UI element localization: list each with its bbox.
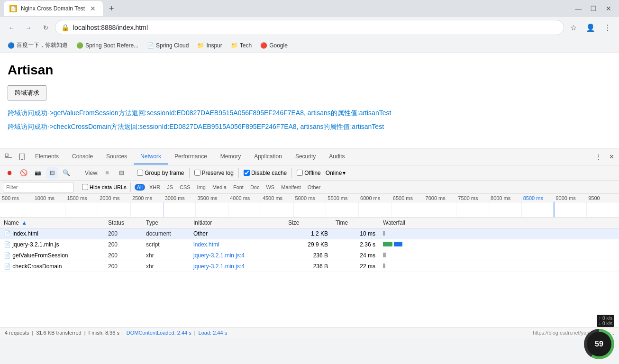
filter-css-button[interactable]: CSS: [177, 184, 193, 191]
tab-sources[interactable]: Sources: [100, 149, 134, 164]
tab-network[interactable]: Network: [134, 149, 168, 164]
baidu-label: 百度一下，你就知道: [17, 41, 68, 49]
group-by-frame-input[interactable]: [137, 170, 143, 176]
status-load[interactable]: Load: 2.44 s: [199, 330, 228, 336]
view-list-button[interactable]: ≡: [101, 167, 113, 179]
bookmark-spring-cloud[interactable]: 📄 Spring Cloud: [143, 40, 192, 51]
row-waterfall-3: [379, 261, 619, 272]
filter-all-button[interactable]: All: [135, 184, 145, 191]
bookmark-inspur[interactable]: 📁 Inspur: [193, 40, 226, 51]
devtools-close-button[interactable]: ✕: [606, 151, 617, 163]
camera-button[interactable]: 📷: [32, 167, 44, 179]
back-button[interactable]: ←: [4, 20, 19, 35]
col-waterfall[interactable]: Waterfall: [379, 218, 619, 228]
status-dom-content-loaded[interactable]: DOMContentLoaded: 2.44 s: [127, 330, 191, 336]
profile-button[interactable]: 👤: [583, 20, 598, 35]
bookmark-spring-boot[interactable]: 🟢 Spring Boot Refere...: [73, 40, 142, 51]
filter-manifest-button[interactable]: Manifest: [279, 184, 303, 191]
filter-xhr-button[interactable]: XHR: [147, 184, 163, 191]
tab-memory[interactable]: Memory: [214, 149, 247, 164]
nav-bar: ← → ↻ 🔒 localhost:8888/index.html ☆ 👤 ⋮: [0, 17, 619, 38]
tab-security[interactable]: Security: [289, 149, 322, 164]
forward-button[interactable]: →: [21, 20, 36, 35]
tab-close-button[interactable]: ✕: [89, 4, 97, 13]
row-type-0: document: [142, 228, 190, 239]
devtools-inspect-button[interactable]: [2, 150, 15, 164]
col-size[interactable]: Size: [284, 218, 332, 228]
group-by-frame-checkbox[interactable]: Group by frame: [137, 170, 184, 176]
col-name[interactable]: Name ▲: [0, 218, 104, 228]
browser-frame: 📄 Nginx Cross Domain Test ✕ + — ❐ ✕ ← → …: [0, 0, 619, 364]
table-row[interactable]: 📄 index.html 200 document Other 1.2 KB 1…: [0, 228, 619, 239]
online-label: Online: [326, 170, 342, 176]
address-bar[interactable]: 🔒 localhost:8888/index.html: [55, 20, 564, 35]
devtools-more-button[interactable]: ⋮: [592, 151, 604, 163]
online-dropdown[interactable]: Online ▾: [324, 169, 348, 177]
initiator-link-2[interactable]: jquery-3.2.1.min.js:4: [193, 252, 245, 259]
view-label: View:: [85, 170, 99, 176]
filter-js-button[interactable]: JS: [164, 184, 175, 191]
row-name-ccd: 📄 checkCrossDomain: [0, 261, 104, 272]
offline-checkbox[interactable]: Offline: [297, 170, 320, 176]
filter-doc-button[interactable]: Doc: [248, 184, 262, 191]
filter-other-button[interactable]: Other: [305, 184, 323, 191]
file-icon-html: 📄: [4, 230, 11, 237]
menu-button[interactable]: ⋮: [600, 20, 615, 35]
record-button[interactable]: ⏺: [4, 167, 15, 179]
clear-button[interactable]: 🚫: [18, 167, 29, 179]
initiator-link-1[interactable]: index.html: [193, 241, 219, 248]
tech-label: Tech: [240, 42, 252, 49]
tab-performance[interactable]: Performance: [168, 149, 214, 164]
search-button[interactable]: 🔍: [61, 167, 72, 179]
row-time-2: 24 ms: [332, 250, 379, 261]
tab-audits[interactable]: Audits: [322, 149, 351, 164]
table-row[interactable]: 📄 checkCrossDomain 200 xhr jquery-3.2.1.…: [0, 261, 619, 272]
filter-input[interactable]: [3, 182, 74, 192]
active-tab[interactable]: 📄 Nginx Cross Domain Test ✕: [4, 1, 103, 16]
bookmark-baidu[interactable]: 🔵 百度一下，你就知道: [4, 39, 72, 51]
col-initiator[interactable]: Initiator: [190, 218, 284, 228]
restore-button[interactable]: ❐: [587, 2, 600, 15]
filter-ws-button[interactable]: WS: [264, 184, 277, 191]
bookmark-google[interactable]: 🔴 Google: [256, 40, 291, 51]
hide-data-urls-label: Hide data URLs: [90, 184, 127, 190]
col-status[interactable]: Status: [104, 218, 142, 228]
tab-application[interactable]: Application: [247, 149, 289, 164]
page-content: Artisan 跨域请求 跨域访问成功->getValueFromSession…: [0, 53, 619, 148]
initiator-link-3[interactable]: jquery-3.2.1.min.js:4: [193, 263, 245, 270]
cross-domain-button[interactable]: 跨域请求: [8, 85, 46, 100]
tab-elements[interactable]: Elements: [28, 149, 65, 164]
hide-data-urls-checkbox[interactable]: Hide data URLs: [82, 184, 127, 190]
filter-font-button[interactable]: Font: [231, 184, 246, 191]
separator-3: [189, 168, 190, 178]
devtools-device-button[interactable]: [15, 150, 28, 164]
download-speed: ↓ 0 k/s: [599, 321, 612, 326]
status-transferred: 31.6 KB transferred: [36, 330, 81, 336]
hide-data-urls-input[interactable]: [82, 184, 88, 190]
new-tab-button[interactable]: +: [105, 2, 118, 15]
tab-console[interactable]: Console: [65, 149, 100, 164]
tl-9000: 9000 ms: [554, 195, 586, 201]
disable-cache-input[interactable]: [244, 170, 250, 176]
view-group-button[interactable]: ⊟: [116, 167, 127, 179]
close-button[interactable]: ✕: [602, 2, 615, 15]
filter-toggle-button[interactable]: ⊟: [46, 167, 58, 179]
refresh-button[interactable]: ↻: [38, 20, 53, 35]
minimize-button[interactable]: —: [572, 2, 585, 15]
tl-500: 500 ms: [0, 195, 33, 201]
offline-input[interactable]: [297, 170, 303, 176]
filter-img-button[interactable]: Img: [195, 184, 208, 191]
filter-media-button[interactable]: Media: [210, 184, 229, 191]
row-initiator-0: Other: [190, 228, 284, 239]
col-time[interactable]: Time: [332, 218, 379, 228]
bookmark-tech[interactable]: 📁 Tech: [227, 40, 255, 51]
disable-cache-checkbox[interactable]: Disable cache: [244, 170, 287, 176]
devtools-tab-bar: Elements Console Sources Network Perform…: [0, 148, 619, 165]
table-row[interactable]: 📄 getValueFromSession 200 xhr jquery-3.2…: [0, 250, 619, 261]
bookmark-star-button[interactable]: ☆: [566, 20, 581, 35]
table-row[interactable]: 📄 jquery-3.2.1.min.js 200 script index.h…: [0, 239, 619, 250]
preserve-log-checkbox[interactable]: Preserve log: [194, 170, 234, 176]
network-table-wrapper[interactable]: Name ▲ Status Type Initiator Size Time W…: [0, 218, 619, 327]
preserve-log-input[interactable]: [194, 170, 200, 176]
col-type[interactable]: Type: [142, 218, 190, 228]
